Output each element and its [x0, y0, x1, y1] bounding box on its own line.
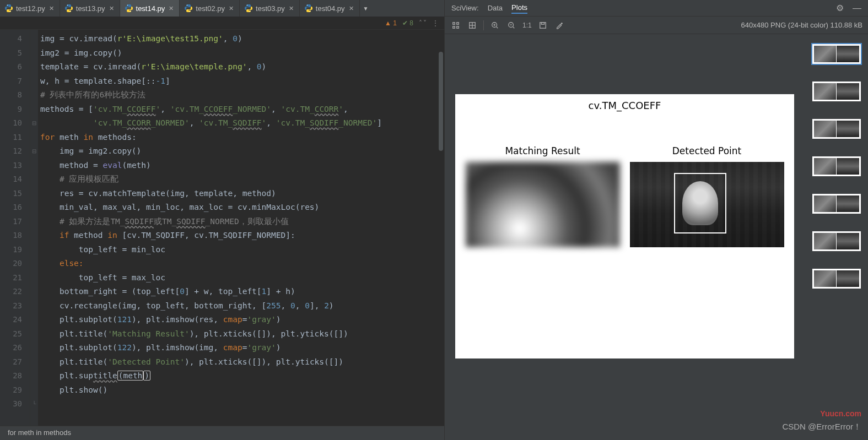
code-text[interactable]: img = cv.imread(r'E:\image\test15.png', …: [38, 30, 444, 426]
matching-result-image: [466, 162, 620, 247]
fit-icon[interactable]: [450, 20, 461, 31]
close-icon[interactable]: ✕: [288, 5, 295, 12]
python-icon: [4, 4, 13, 13]
thumbnail[interactable]: [812, 156, 861, 176]
svg-point-10: [307, 5, 308, 6]
detected-point-image: [630, 162, 784, 247]
svg-rect-12: [453, 22, 455, 24]
svg-point-0: [7, 5, 8, 6]
actual-size-button[interactable]: 1:1: [522, 20, 532, 31]
tab-label: test12.py: [16, 4, 45, 13]
svg-line-24: [513, 26, 515, 28]
tab-label: test02.py: [196, 4, 225, 13]
line-gutter: 4567891011121314151617181920212223242526…: [0, 30, 30, 426]
python-icon: [304, 4, 313, 13]
tab-test03[interactable]: test03.py✕: [240, 0, 300, 17]
thumbnail[interactable]: [812, 231, 861, 251]
tab-label: test04.py: [316, 4, 345, 13]
svg-rect-26: [540, 22, 546, 28]
editor-tab-bar: test12.py✕ test13.py✕ test14.py✕ test02.…: [0, 0, 444, 17]
thumbnail[interactable]: [812, 269, 861, 289]
watermark: Yuucn.com: [820, 409, 861, 418]
svg-point-5: [130, 11, 130, 12]
close-icon[interactable]: ✕: [168, 5, 175, 12]
python-icon: [244, 4, 253, 13]
plot-thumbnails: [805, 34, 868, 440]
svg-point-8: [247, 5, 247, 6]
next-highlight[interactable]: ˅: [423, 19, 427, 27]
tab-label: test03.py: [256, 4, 285, 13]
tab-test14[interactable]: test14.py✕: [120, 0, 180, 17]
fold-column[interactable]: ⊟ ⊟ └: [30, 30, 38, 426]
plot-suptitle: cv.TM_CCOEFF: [589, 100, 661, 111]
close-icon[interactable]: ✕: [228, 5, 235, 12]
thumbnail[interactable]: [812, 82, 861, 101]
fold-icon[interactable]: ⊟: [30, 116, 38, 131]
python-icon: [64, 4, 73, 13]
tab-label: test13.py: [76, 4, 105, 13]
code-editor[interactable]: 4567891011121314151617181920212223242526…: [0, 30, 444, 426]
svg-rect-14: [453, 26, 455, 28]
plot-toolbar: 1:1 640x480 PNG (24-bit color) 110.88 kB: [445, 17, 868, 34]
color-picker-icon[interactable]: [554, 20, 565, 31]
tab-test02[interactable]: test02.py✕: [180, 0, 240, 17]
subplot-left: Matching Result: [466, 145, 620, 247]
watermark: CSDN @ErrorError！: [782, 422, 861, 432]
prev-highlight[interactable]: ˄: [419, 19, 422, 27]
subplot-title: Detected Point: [672, 145, 742, 156]
svg-rect-13: [457, 22, 459, 24]
plot-viewer[interactable]: cv.TM_CCOEFF Matching Result Detected Po…: [445, 34, 805, 440]
save-icon[interactable]: [537, 20, 548, 31]
svg-rect-27: [541, 22, 544, 24]
close-icon[interactable]: ✕: [48, 5, 55, 12]
nav-arrows: ˄˅: [419, 19, 427, 27]
thumbnail[interactable]: [812, 119, 861, 139]
svg-point-1: [10, 11, 10, 12]
python-icon: [125, 4, 133, 13]
more-tabs-dropdown[interactable]: ▼: [360, 0, 372, 17]
svg-point-2: [67, 5, 68, 6]
svg-point-6: [187, 5, 187, 6]
sciview-label: SciView:: [451, 4, 479, 12]
minimize-icon[interactable]: —: [853, 3, 861, 13]
subplot-title: Matching Result: [505, 145, 580, 156]
thumbnail[interactable]: [812, 44, 861, 64]
grid-icon[interactable]: [467, 20, 478, 31]
fold-end-icon[interactable]: └: [30, 397, 38, 411]
editor-scrollbar[interactable]: [439, 52, 443, 151]
tab-label: test14.py: [136, 4, 165, 13]
gear-icon[interactable]: ⚙: [836, 3, 844, 13]
thumbnail[interactable]: [812, 194, 861, 214]
subplot-right: Detected Point: [630, 145, 784, 247]
plot-area: cv.TM_CCOEFF Matching Result Detected Po…: [445, 34, 868, 440]
more-icon[interactable]: ⋮: [432, 19, 439, 27]
svg-point-4: [127, 5, 127, 6]
image-info: 640x480 PNG (24-bit color) 110.88 kB: [741, 21, 862, 29]
svg-point-3: [70, 11, 71, 12]
tab-test12[interactable]: test12.py✕: [0, 0, 60, 17]
zoom-in-icon[interactable]: [489, 20, 500, 31]
svg-line-20: [497, 26, 498, 28]
sciview-header: SciView: Data Plots ⚙ —: [445, 0, 868, 17]
inspection-bar: ▲ 1 ✔ 8 ˄˅ ⋮: [0, 17, 444, 30]
svg-rect-15: [457, 26, 459, 28]
warning-icon[interactable]: ▲ 1: [385, 19, 397, 27]
fold-icon[interactable]: ⊟: [30, 144, 38, 159]
sciview-data-tab[interactable]: Data: [488, 3, 503, 13]
close-icon[interactable]: ✕: [348, 5, 355, 12]
plot-canvas: cv.TM_CCOEFF Matching Result Detected Po…: [455, 94, 794, 358]
typo-icon[interactable]: ✔ 8: [402, 19, 413, 27]
svg-point-11: [310, 11, 310, 12]
svg-point-9: [250, 11, 250, 12]
python-icon: [184, 4, 193, 13]
zoom-out-icon[interactable]: [506, 20, 517, 31]
tab-test04[interactable]: test04.py✕: [300, 0, 360, 17]
tab-test13[interactable]: test13.py✕: [60, 0, 120, 17]
close-icon[interactable]: ✕: [108, 5, 115, 12]
svg-point-7: [190, 11, 190, 12]
sciview-plots-tab[interactable]: Plots: [511, 2, 527, 14]
breadcrumb[interactable]: for meth in methods: [0, 426, 444, 440]
